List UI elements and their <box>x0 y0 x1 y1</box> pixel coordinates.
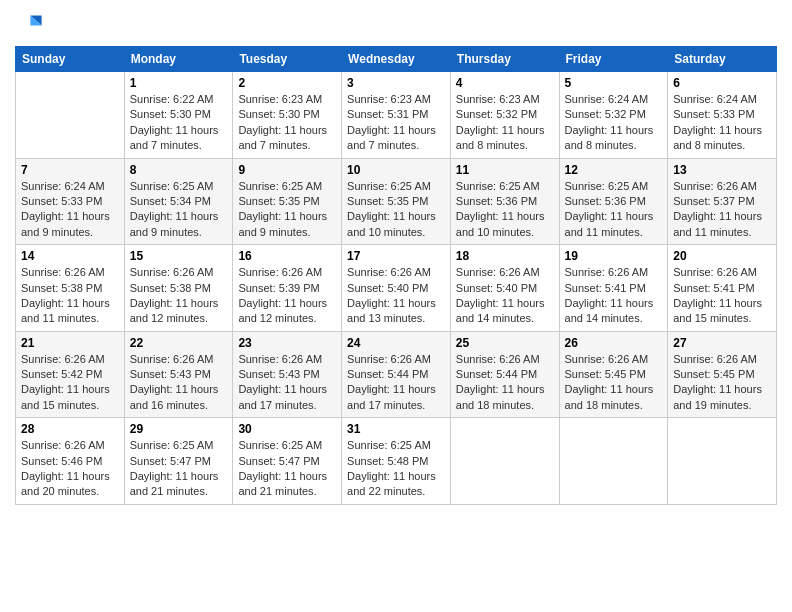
day-cell: 29Sunrise: 6:25 AMSunset: 5:47 PMDayligh… <box>124 418 233 505</box>
day-number: 19 <box>565 249 663 263</box>
header-day-wednesday: Wednesday <box>342 47 451 72</box>
day-number: 24 <box>347 336 445 350</box>
day-number: 30 <box>238 422 336 436</box>
day-cell: 13Sunrise: 6:26 AMSunset: 5:37 PMDayligh… <box>668 158 777 245</box>
logo <box>15 10 47 38</box>
day-number: 3 <box>347 76 445 90</box>
header-day-tuesday: Tuesday <box>233 47 342 72</box>
day-cell: 10Sunrise: 6:25 AMSunset: 5:35 PMDayligh… <box>342 158 451 245</box>
day-info: Sunrise: 6:25 AMSunset: 5:35 PMDaylight:… <box>347 179 445 241</box>
day-info: Sunrise: 6:25 AMSunset: 5:47 PMDaylight:… <box>130 438 228 500</box>
day-info: Sunrise: 6:26 AMSunset: 5:41 PMDaylight:… <box>673 265 771 327</box>
day-info: Sunrise: 6:24 AMSunset: 5:33 PMDaylight:… <box>21 179 119 241</box>
day-info: Sunrise: 6:25 AMSunset: 5:47 PMDaylight:… <box>238 438 336 500</box>
day-info: Sunrise: 6:24 AMSunset: 5:33 PMDaylight:… <box>673 92 771 154</box>
day-info: Sunrise: 6:22 AMSunset: 5:30 PMDaylight:… <box>130 92 228 154</box>
day-info: Sunrise: 6:25 AMSunset: 5:36 PMDaylight:… <box>565 179 663 241</box>
header-day-saturday: Saturday <box>668 47 777 72</box>
day-info: Sunrise: 6:26 AMSunset: 5:41 PMDaylight:… <box>565 265 663 327</box>
day-number: 23 <box>238 336 336 350</box>
day-cell: 24Sunrise: 6:26 AMSunset: 5:44 PMDayligh… <box>342 331 451 418</box>
week-row-3: 14Sunrise: 6:26 AMSunset: 5:38 PMDayligh… <box>16 245 777 332</box>
day-info: Sunrise: 6:26 AMSunset: 5:44 PMDaylight:… <box>347 352 445 414</box>
header-row: SundayMondayTuesdayWednesdayThursdayFrid… <box>16 47 777 72</box>
day-cell: 12Sunrise: 6:25 AMSunset: 5:36 PMDayligh… <box>559 158 668 245</box>
header-day-thursday: Thursday <box>450 47 559 72</box>
week-row-5: 28Sunrise: 6:26 AMSunset: 5:46 PMDayligh… <box>16 418 777 505</box>
day-info: Sunrise: 6:26 AMSunset: 5:43 PMDaylight:… <box>238 352 336 414</box>
day-cell: 3Sunrise: 6:23 AMSunset: 5:31 PMDaylight… <box>342 72 451 159</box>
day-cell <box>559 418 668 505</box>
day-cell: 5Sunrise: 6:24 AMSunset: 5:32 PMDaylight… <box>559 72 668 159</box>
day-number: 12 <box>565 163 663 177</box>
day-number: 28 <box>21 422 119 436</box>
day-info: Sunrise: 6:26 AMSunset: 5:38 PMDaylight:… <box>21 265 119 327</box>
day-info: Sunrise: 6:26 AMSunset: 5:45 PMDaylight:… <box>565 352 663 414</box>
header-day-friday: Friday <box>559 47 668 72</box>
logo-icon <box>15 10 43 38</box>
day-cell: 8Sunrise: 6:25 AMSunset: 5:34 PMDaylight… <box>124 158 233 245</box>
day-info: Sunrise: 6:25 AMSunset: 5:36 PMDaylight:… <box>456 179 554 241</box>
day-number: 22 <box>130 336 228 350</box>
day-number: 10 <box>347 163 445 177</box>
day-cell: 25Sunrise: 6:26 AMSunset: 5:44 PMDayligh… <box>450 331 559 418</box>
day-number: 2 <box>238 76 336 90</box>
day-cell: 9Sunrise: 6:25 AMSunset: 5:35 PMDaylight… <box>233 158 342 245</box>
day-cell: 31Sunrise: 6:25 AMSunset: 5:48 PMDayligh… <box>342 418 451 505</box>
day-info: Sunrise: 6:26 AMSunset: 5:40 PMDaylight:… <box>347 265 445 327</box>
week-row-1: 1Sunrise: 6:22 AMSunset: 5:30 PMDaylight… <box>16 72 777 159</box>
day-number: 17 <box>347 249 445 263</box>
day-cell: 19Sunrise: 6:26 AMSunset: 5:41 PMDayligh… <box>559 245 668 332</box>
day-number: 8 <box>130 163 228 177</box>
day-info: Sunrise: 6:26 AMSunset: 5:42 PMDaylight:… <box>21 352 119 414</box>
day-cell: 11Sunrise: 6:25 AMSunset: 5:36 PMDayligh… <box>450 158 559 245</box>
day-info: Sunrise: 6:26 AMSunset: 5:40 PMDaylight:… <box>456 265 554 327</box>
day-number: 5 <box>565 76 663 90</box>
day-info: Sunrise: 6:23 AMSunset: 5:32 PMDaylight:… <box>456 92 554 154</box>
day-info: Sunrise: 6:26 AMSunset: 5:37 PMDaylight:… <box>673 179 771 241</box>
day-number: 9 <box>238 163 336 177</box>
day-cell: 17Sunrise: 6:26 AMSunset: 5:40 PMDayligh… <box>342 245 451 332</box>
day-number: 31 <box>347 422 445 436</box>
day-number: 25 <box>456 336 554 350</box>
day-number: 11 <box>456 163 554 177</box>
day-number: 20 <box>673 249 771 263</box>
day-cell: 7Sunrise: 6:24 AMSunset: 5:33 PMDaylight… <box>16 158 125 245</box>
day-cell: 30Sunrise: 6:25 AMSunset: 5:47 PMDayligh… <box>233 418 342 505</box>
day-info: Sunrise: 6:25 AMSunset: 5:35 PMDaylight:… <box>238 179 336 241</box>
day-cell: 2Sunrise: 6:23 AMSunset: 5:30 PMDaylight… <box>233 72 342 159</box>
day-cell: 1Sunrise: 6:22 AMSunset: 5:30 PMDaylight… <box>124 72 233 159</box>
day-cell: 20Sunrise: 6:26 AMSunset: 5:41 PMDayligh… <box>668 245 777 332</box>
day-number: 27 <box>673 336 771 350</box>
week-row-2: 7Sunrise: 6:24 AMSunset: 5:33 PMDaylight… <box>16 158 777 245</box>
day-info: Sunrise: 6:23 AMSunset: 5:30 PMDaylight:… <box>238 92 336 154</box>
day-number: 13 <box>673 163 771 177</box>
day-cell <box>668 418 777 505</box>
day-number: 18 <box>456 249 554 263</box>
day-cell <box>16 72 125 159</box>
calendar-table: SundayMondayTuesdayWednesdayThursdayFrid… <box>15 46 777 505</box>
week-row-4: 21Sunrise: 6:26 AMSunset: 5:42 PMDayligh… <box>16 331 777 418</box>
day-info: Sunrise: 6:23 AMSunset: 5:31 PMDaylight:… <box>347 92 445 154</box>
day-info: Sunrise: 6:25 AMSunset: 5:48 PMDaylight:… <box>347 438 445 500</box>
day-cell: 21Sunrise: 6:26 AMSunset: 5:42 PMDayligh… <box>16 331 125 418</box>
day-number: 15 <box>130 249 228 263</box>
day-cell: 26Sunrise: 6:26 AMSunset: 5:45 PMDayligh… <box>559 331 668 418</box>
day-cell: 27Sunrise: 6:26 AMSunset: 5:45 PMDayligh… <box>668 331 777 418</box>
day-cell: 6Sunrise: 6:24 AMSunset: 5:33 PMDaylight… <box>668 72 777 159</box>
header-day-monday: Monday <box>124 47 233 72</box>
page-header <box>15 10 777 38</box>
day-cell: 4Sunrise: 6:23 AMSunset: 5:32 PMDaylight… <box>450 72 559 159</box>
day-number: 4 <box>456 76 554 90</box>
day-info: Sunrise: 6:26 AMSunset: 5:43 PMDaylight:… <box>130 352 228 414</box>
day-number: 14 <box>21 249 119 263</box>
day-info: Sunrise: 6:26 AMSunset: 5:44 PMDaylight:… <box>456 352 554 414</box>
day-cell: 14Sunrise: 6:26 AMSunset: 5:38 PMDayligh… <box>16 245 125 332</box>
day-cell <box>450 418 559 505</box>
day-cell: 22Sunrise: 6:26 AMSunset: 5:43 PMDayligh… <box>124 331 233 418</box>
day-cell: 16Sunrise: 6:26 AMSunset: 5:39 PMDayligh… <box>233 245 342 332</box>
day-info: Sunrise: 6:26 AMSunset: 5:46 PMDaylight:… <box>21 438 119 500</box>
day-cell: 28Sunrise: 6:26 AMSunset: 5:46 PMDayligh… <box>16 418 125 505</box>
day-number: 26 <box>565 336 663 350</box>
day-number: 29 <box>130 422 228 436</box>
